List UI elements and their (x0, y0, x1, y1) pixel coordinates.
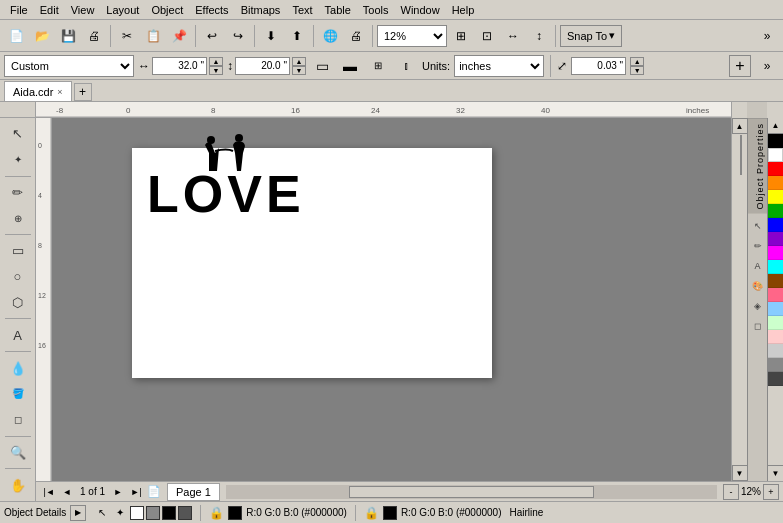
select-tool[interactable]: ↖ (4, 122, 32, 146)
h-scroll-track[interactable] (226, 485, 717, 499)
print-button[interactable]: 🖨 (82, 24, 106, 48)
zoom-fit-button[interactable]: ⊞ (449, 24, 473, 48)
menu-layout[interactable]: Layout (100, 3, 145, 17)
save-button[interactable]: 💾 (56, 24, 80, 48)
color-yellow[interactable] (768, 190, 783, 204)
color-lightblue[interactable] (768, 302, 783, 316)
expand-right2-button[interactable]: » (755, 54, 779, 78)
fill-tool[interactable]: 🪣 (4, 382, 32, 406)
color-black[interactable] (768, 134, 783, 148)
scroll-down-button[interactable]: ▼ (732, 465, 748, 481)
pen-icon[interactable]: ✏ (750, 238, 766, 254)
snap-to-button[interactable]: Snap To ▾ (560, 25, 622, 47)
height-input[interactable] (235, 57, 290, 75)
page-first-button[interactable]: |◄ (40, 483, 58, 501)
import-button[interactable]: ⬇ (259, 24, 283, 48)
scroll-up-button[interactable]: ▲ (732, 118, 748, 134)
v-scroll-thumb[interactable] (740, 135, 742, 175)
color-white[interactable] (768, 148, 783, 162)
color-pink[interactable] (768, 288, 783, 302)
eyedropper-tool[interactable]: 💧 (4, 356, 32, 380)
tab-close-button[interactable]: × (57, 87, 62, 97)
hand-tool[interactable]: ✋ (4, 473, 32, 497)
node-tool[interactable]: ✦ (4, 148, 32, 172)
fill-swatch3[interactable] (162, 506, 176, 520)
h-scroll-thumb[interactable] (349, 486, 595, 498)
smart-fill-tool[interactable]: ⊕ (4, 206, 32, 230)
zoom-height-button[interactable]: ↕ (527, 24, 551, 48)
zoom-tool[interactable]: 🔍 (4, 441, 32, 465)
print2-button[interactable]: 🖨 (344, 24, 368, 48)
v-scrollbar[interactable]: ▲ ▼ (731, 118, 747, 481)
nudge-down[interactable]: ▼ (630, 66, 644, 75)
menu-bitmaps[interactable]: Bitmaps (235, 3, 287, 17)
zoom-width-button[interactable]: ↔ (501, 24, 525, 48)
width-up[interactable]: ▲ (209, 57, 223, 66)
zoom-in-bottom-button[interactable]: + (763, 484, 779, 500)
zoom-out-bottom-button[interactable]: - (723, 484, 739, 500)
undo-button[interactable]: ↩ (200, 24, 224, 48)
color-cyan[interactable] (768, 260, 783, 274)
export-button[interactable]: ⬆ (285, 24, 309, 48)
zoom-select[interactable]: 12% (377, 25, 447, 47)
width-input[interactable] (152, 57, 207, 75)
redo-button[interactable]: ↪ (226, 24, 250, 48)
mini-node-icon[interactable]: ✦ (112, 505, 128, 521)
menu-help[interactable]: Help (446, 3, 481, 17)
menu-edit[interactable]: Edit (34, 3, 65, 17)
menu-table[interactable]: Table (319, 3, 357, 17)
open-button[interactable]: 📂 (30, 24, 54, 48)
arrow-icon[interactable]: ↖ (750, 218, 766, 234)
units-select[interactable]: inches (454, 55, 544, 77)
page-prev-button[interactable]: ◄ (58, 483, 76, 501)
menu-file[interactable]: File (4, 3, 34, 17)
color-lightgray[interactable] (768, 344, 783, 358)
ellipse-tool[interactable]: ○ (4, 265, 32, 289)
gradient-icon[interactable]: ◈ (750, 298, 766, 314)
portrait-btn[interactable]: ▭ (310, 54, 334, 78)
publish-button[interactable]: 🌐 (318, 24, 342, 48)
color-magenta[interactable] (768, 246, 783, 260)
nudge-spinner[interactable]: ▲ ▼ (630, 57, 644, 75)
height-up[interactable]: ▲ (292, 57, 306, 66)
paste-button[interactable]: 📌 (167, 24, 191, 48)
add-page-button[interactable]: + (729, 55, 751, 77)
freehand-tool[interactable]: ✏ (4, 181, 32, 205)
color-red[interactable] (768, 162, 783, 176)
palette-scroll-down[interactable]: ▼ (768, 465, 783, 481)
nudge-up[interactable]: ▲ (630, 57, 644, 66)
nudge-input[interactable] (571, 57, 626, 75)
menu-tools[interactable]: Tools (357, 3, 395, 17)
height-spinner[interactable]: ▲ ▼ (292, 57, 306, 75)
color-icon[interactable]: 🎨 (750, 278, 766, 294)
page-last-button[interactable]: ►| (127, 483, 145, 501)
color-green[interactable] (768, 204, 783, 218)
copy-button[interactable]: 📋 (141, 24, 165, 48)
outline-icon[interactable]: ◻ (750, 318, 766, 334)
object-details-expand-button[interactable]: ▶ (70, 505, 86, 521)
new-button[interactable]: 📄 (4, 24, 28, 48)
expand-right1-button[interactable]: » (755, 24, 779, 48)
rectangle-tool[interactable]: ▭ (4, 239, 32, 263)
menu-object[interactable]: Object (145, 3, 189, 17)
color-darkgray[interactable] (768, 372, 783, 386)
fill-swatch4[interactable] (178, 506, 192, 520)
text-tool[interactable]: A (4, 323, 32, 347)
page-size-btn[interactable]: ⊞ (366, 54, 390, 78)
menu-effects[interactable]: Effects (189, 3, 234, 17)
color-lightred[interactable] (768, 330, 783, 344)
palette-scroll-up[interactable]: ▲ (768, 118, 783, 134)
color-lightgreen[interactable] (768, 316, 783, 330)
mini-select-icon[interactable]: ↖ (94, 505, 110, 521)
landscape-btn[interactable]: ▬ (338, 54, 362, 78)
page-tab[interactable]: Page 1 (167, 483, 220, 501)
canvas[interactable]: LOVE (52, 118, 731, 481)
width-spinner[interactable]: ▲ ▼ (209, 57, 223, 75)
color-gray[interactable] (768, 358, 783, 372)
color-blue[interactable] (768, 218, 783, 232)
cut-button[interactable]: ✂ (115, 24, 139, 48)
text-icon[interactable]: A (750, 258, 766, 274)
page-next-button[interactable]: ► (109, 483, 127, 501)
new-tab-button[interactable]: + (74, 83, 92, 101)
menu-text[interactable]: Text (286, 3, 318, 17)
